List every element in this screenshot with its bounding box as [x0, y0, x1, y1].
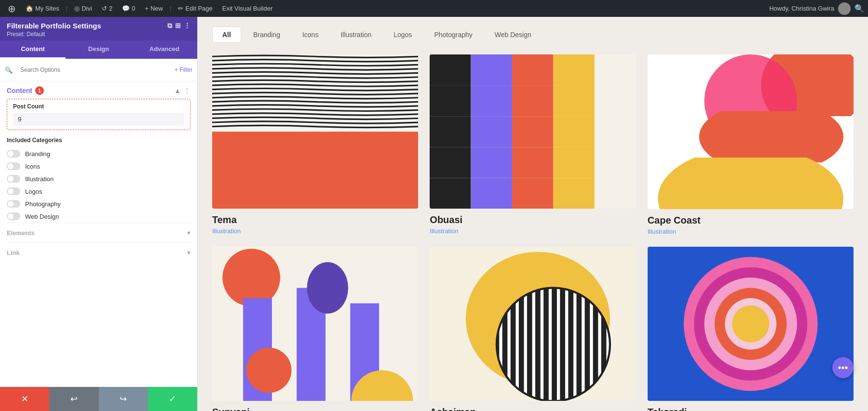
filter-tab-illustration[interactable]: Illustration — [330, 27, 381, 43]
content-section-title: Content — [7, 87, 32, 94]
filter-tab-photography[interactable]: Photography — [424, 27, 482, 43]
category-item[interactable]: Icons — [7, 160, 190, 172]
comments-link[interactable]: 💬 0 — [118, 0, 139, 17]
svg-rect-10 — [512, 85, 553, 116]
category-label: Icons — [25, 163, 40, 170]
post-count-input[interactable] — [13, 113, 184, 126]
portfolio-item[interactable]: Sunyani Illustration — [212, 247, 418, 411]
svg-rect-13 — [430, 116, 471, 147]
svg-rect-25 — [512, 178, 553, 209]
portfolio-grid: Tema Illustration Obuasi Illustration Ca… — [212, 54, 854, 411]
search-input[interactable] — [15, 63, 172, 77]
portfolio-filter-tabs: AllBrandingIconsIllustrationLogosPhotogr… — [212, 27, 854, 43]
svg-rect-26 — [554, 178, 595, 209]
refresh-icon: ↺ — [102, 5, 107, 12]
main-content: AllBrandingIconsIllustrationLogosPhotogr… — [198, 17, 868, 411]
tab-content[interactable]: Content — [0, 40, 66, 59]
category-checkbox-branding[interactable] — [7, 150, 20, 158]
filter-button[interactable]: + Filter — [175, 66, 192, 73]
category-checkbox-web design[interactable] — [7, 212, 20, 220]
save-button[interactable]: ✓ — [148, 387, 197, 411]
exit-visual-builder-button[interactable]: Exit Visual Builder — [218, 0, 277, 17]
divi-icon: ◎ — [74, 5, 80, 12]
plus-icon: + — [145, 5, 149, 12]
search-row: 🔍 + Filter — [0, 59, 197, 81]
svg-rect-24 — [471, 178, 512, 209]
link-section[interactable]: Link ▾ — [7, 242, 190, 262]
undo-button[interactable]: ↩ — [49, 387, 98, 411]
sidebar-bottom-bar: ✕ ↩ ↪ ✓ — [0, 387, 197, 411]
category-checkbox-illustration[interactable] — [7, 175, 20, 183]
svg-rect-7 — [595, 54, 636, 85]
filter-tab-icons[interactable]: Icons — [292, 27, 328, 43]
section-controls: ▲ ⋮ — [174, 87, 190, 94]
portfolio-category[interactable]: Illustration — [648, 228, 854, 235]
svg-rect-4 — [471, 54, 512, 85]
svg-rect-3 — [430, 54, 471, 85]
tab-advanced[interactable]: Advanced — [132, 40, 197, 59]
top-nav-right: Howdy, Christina Gwira 🔍 — [769, 2, 864, 15]
sidebar-title-text: Filterable Portfolio Settings — [7, 22, 101, 30]
portfolio-item[interactable]: Tema Illustration — [212, 54, 418, 235]
svg-rect-11 — [554, 85, 595, 116]
category-checkbox-logos[interactable] — [7, 187, 20, 195]
filter-tab-branding[interactable]: Branding — [243, 27, 290, 43]
fab-button[interactable]: ••• — [832, 357, 854, 378]
svg-rect-5 — [512, 54, 553, 85]
filter-tab-logos[interactable]: Logos — [383, 27, 422, 43]
filter-tab-all[interactable]: All — [212, 27, 241, 43]
elements-chevron-icon: ▾ — [187, 229, 190, 237]
portfolio-item[interactable]: Ashaiman Illustration — [430, 247, 636, 411]
portfolio-category[interactable]: Illustration — [430, 227, 636, 235]
preset-label[interactable]: Preset: Default — [7, 31, 190, 38]
category-checkbox-photography[interactable] — [7, 200, 20, 208]
portfolio-thumbnail — [430, 247, 636, 401]
portfolio-item[interactable]: Takoradi Illustration — [648, 247, 854, 411]
content-section-header: Content 1 ▲ ⋮ — [7, 86, 190, 95]
category-item[interactable]: Logos — [7, 185, 190, 198]
collapse-icon[interactable]: ▲ — [174, 87, 181, 94]
edit-page-button[interactable]: ✏ Edit Page — [174, 0, 216, 17]
svg-point-42 — [246, 347, 292, 393]
svg-point-37 — [222, 249, 280, 306]
category-label: Illustration — [25, 175, 54, 183]
avatar[interactable] — [838, 2, 851, 15]
cancel-button[interactable]: ✕ — [0, 387, 49, 411]
svg-rect-20 — [512, 147, 553, 178]
category-checkbox-icons[interactable] — [7, 162, 20, 170]
category-item[interactable]: Web Design — [7, 210, 190, 223]
wp-logo[interactable]: ⊕ — [4, 0, 20, 17]
portfolio-title: Takoradi — [648, 407, 854, 411]
updates-link[interactable]: ↺ 2 — [98, 0, 116, 17]
category-label: Logos — [25, 188, 42, 195]
copy-icon[interactable]: ⧉ — [167, 22, 172, 30]
category-item[interactable]: Branding — [7, 147, 190, 160]
portfolio-category[interactable]: Illustration — [212, 227, 418, 235]
grid-icon[interactable]: ⊞ — [175, 22, 181, 30]
more-icon[interactable]: ⋮ — [184, 22, 190, 30]
portfolio-item[interactable]: Cape Coast Illustration — [648, 54, 854, 235]
portfolio-title: Tema — [212, 214, 418, 225]
post-count-box: Post Count — [7, 99, 190, 130]
category-item[interactable]: Photography — [7, 198, 190, 210]
filter-tab-web-design[interactable]: Web Design — [485, 27, 542, 43]
top-navigation: ⊕ 🏠 My Sites | ◎ Divi ↺ 2 💬 0 + New | ✏ … — [0, 0, 868, 17]
divi-link[interactable]: ◎ Divi — [70, 0, 96, 17]
portfolio-thumbnail — [430, 54, 636, 209]
category-label: Branding — [25, 150, 50, 158]
tab-design[interactable]: Design — [66, 40, 131, 59]
portfolio-item[interactable]: Obuasi Illustration — [430, 54, 636, 235]
search-icon[interactable]: 🔍 — [854, 4, 864, 13]
my-sites-link[interactable]: 🏠 My Sites — [22, 0, 63, 17]
redo-button[interactable]: ↪ — [99, 387, 148, 411]
post-count-label: Post Count — [13, 103, 184, 110]
svg-rect-12 — [595, 85, 636, 116]
included-categories-label: Included Categories — [7, 137, 190, 144]
new-button[interactable]: + New — [141, 0, 167, 17]
portfolio-thumbnail — [212, 54, 418, 209]
section-more-icon[interactable]: ⋮ — [184, 87, 190, 94]
elements-section[interactable]: Elements ▾ — [7, 223, 190, 242]
svg-point-43 — [307, 262, 348, 314]
category-item[interactable]: Illustration — [7, 172, 190, 185]
svg-point-70 — [732, 305, 769, 342]
